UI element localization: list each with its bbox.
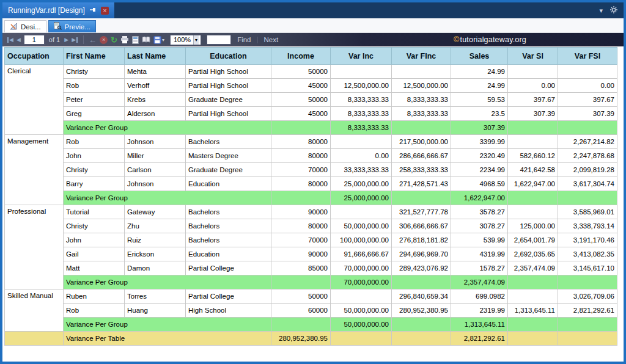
group-summary-var-sl [508, 318, 558, 332]
group-summary-var-finc [392, 318, 451, 332]
occupation-group-cell: Clerical [5, 65, 64, 135]
cell-education: Education [186, 247, 271, 261]
find-input[interactable] [207, 35, 231, 45]
column-header-var-inc: Var Inc [331, 48, 392, 65]
tab-preview[interactable]: Previe... [48, 20, 96, 32]
cell-var-fsl: 3,191,170.46 [558, 233, 617, 247]
gear-icon[interactable] [610, 6, 617, 15]
page-setup-button[interactable] [142, 36, 150, 43]
cell-last-name: Carlson [125, 163, 186, 177]
find-next-button[interactable]: Next [261, 36, 282, 43]
table-summary-income: 280,952,380.95 [271, 332, 331, 346]
cell-var-sl [508, 65, 558, 79]
cell-var-sl: 1,622,947.00 [508, 177, 558, 191]
chevron-down-icon[interactable]: ▾ [599, 7, 603, 15]
cell-education: High School [186, 304, 271, 318]
column-header-occupation: Occupation [5, 48, 64, 65]
find-button[interactable]: Find [234, 36, 254, 43]
cell-var-inc [331, 289, 392, 304]
cell-var-inc: 8,333,333.33 [331, 107, 392, 121]
cell-var-sl [508, 205, 558, 219]
cell-income: 60000 [271, 304, 331, 318]
cell-sales: 4319.99 [451, 247, 508, 261]
zoom-dropdown[interactable]: 100% ▾ [170, 35, 201, 45]
cell-education: Bachelors [186, 135, 271, 149]
data-row: PeterKrebsGraduate Degree500008,333,333.… [5, 93, 617, 107]
cell-var-finc: 217,500,000.00 [392, 135, 451, 149]
document-tab[interactable]: RunningVar.rdl [Design] × [2, 2, 114, 18]
cell-var-inc: 50,000,000.00 [331, 304, 392, 318]
cell-var-finc: 12,500,000.00 [392, 79, 451, 93]
cell-income: 50000 [271, 65, 331, 79]
table-summary-var-sl [508, 332, 558, 346]
report-table: OccupationFirst NameLast NameEducationIn… [4, 47, 617, 346]
cell-first-name: Christy [64, 163, 125, 177]
group-summary-sales: 1,622,947.00 [451, 191, 508, 205]
page-number-input[interactable] [24, 35, 45, 45]
column-header-first-name: First Name [64, 48, 125, 65]
data-row: BarryJohnsonEducation8000025,000,000.002… [5, 177, 617, 191]
cell-var-sl: 2,654,001.79 [508, 233, 558, 247]
cell-var-fsl: 307.39 [558, 107, 617, 121]
group-summary-income [271, 121, 331, 135]
cell-sales: 3399.99 [451, 135, 508, 149]
cell-sales: 24.99 [451, 65, 508, 79]
cell-var-fsl: 3,145,617.10 [558, 261, 617, 275]
group-summary-var-inc: 70,000,000.00 [331, 275, 392, 289]
pin-icon[interactable] [90, 6, 96, 15]
back-button[interactable]: ← [89, 35, 97, 45]
table-summary-var-finc [392, 332, 451, 346]
cell-last-name: Johnson [125, 135, 186, 149]
group-summary-sales: 1,313,645.11 [451, 318, 508, 332]
refresh-button[interactable]: ↻ [111, 35, 117, 45]
cell-education: Partial High School [186, 79, 271, 93]
cell-var-fsl: 0.00 [558, 79, 617, 93]
cell-sales: 23.5 [451, 107, 508, 121]
cell-sales: 3078.27 [451, 219, 508, 233]
next-page-button[interactable]: ▶ [64, 37, 68, 43]
cell-education: Partial College [186, 261, 271, 275]
table-summary-occupation-cell [5, 332, 64, 346]
cell-var-fsl: 2,267,214.82 [558, 135, 617, 149]
cell-first-name: Matt [64, 261, 125, 275]
cell-sales: 2234.99 [451, 163, 508, 177]
cell-var-finc: 306,666,666.67 [392, 219, 451, 233]
table-summary-var-inc [331, 332, 392, 346]
group-summary-var-fsl [558, 191, 617, 205]
vs-window: RunningVar.rdl [Design] × ▾ Desi... Prev… [0, 0, 626, 364]
variance-per-group-label: Variance Per Group [64, 121, 271, 135]
tab-design[interactable]: Desi... [4, 20, 46, 32]
group-summary-var-fsl [558, 275, 617, 289]
data-row: JohnRuizBachelors70000100,000,000.00276,… [5, 233, 617, 247]
cell-income: 45000 [271, 107, 331, 121]
cell-var-finc: 280,952,380.95 [392, 304, 451, 318]
variance-per-table-row: Variance Per Table280,952,380.952,821,29… [5, 332, 617, 346]
last-page-button[interactable]: ▶ [72, 37, 78, 43]
close-icon[interactable]: × [101, 7, 109, 15]
cell-var-finc: 276,818,181.82 [392, 233, 451, 247]
design-icon [10, 23, 18, 31]
cell-var-finc: 286,666,666.67 [392, 149, 451, 163]
group-summary-var-inc: 8,333,333.33 [331, 121, 392, 135]
export-save-button[interactable]: ▾ [153, 36, 164, 44]
previous-page-button[interactable]: ◀ [17, 37, 21, 43]
cell-last-name: Johnson [125, 177, 186, 191]
cell-var-finc: 321,527,777.78 [392, 205, 451, 219]
group-summary-var-finc [392, 121, 451, 135]
cell-last-name: Gateway [125, 205, 186, 219]
variance-per-group-row: Variance Per Group70,000,000.002,357,474… [5, 275, 617, 289]
print-layout-button[interactable] [132, 36, 139, 44]
cell-sales: 2319.99 [451, 304, 508, 318]
first-page-button[interactable]: ◀ [7, 37, 13, 43]
export-caret-icon: ▾ [162, 37, 164, 43]
cell-var-finc [392, 65, 451, 79]
data-row: GregAldersonPartial High School450008,33… [5, 107, 617, 121]
group-summary-var-finc [392, 275, 451, 289]
cell-first-name: Christy [64, 65, 125, 79]
cell-education: Partial High School [186, 65, 271, 79]
print-button[interactable] [120, 36, 129, 44]
stop-button[interactable]: × [100, 36, 108, 44]
table-summary-var-fsl [558, 332, 617, 346]
tab-design-label: Desi... [21, 23, 41, 31]
cell-var-finc: 8,333,333.33 [392, 107, 451, 121]
